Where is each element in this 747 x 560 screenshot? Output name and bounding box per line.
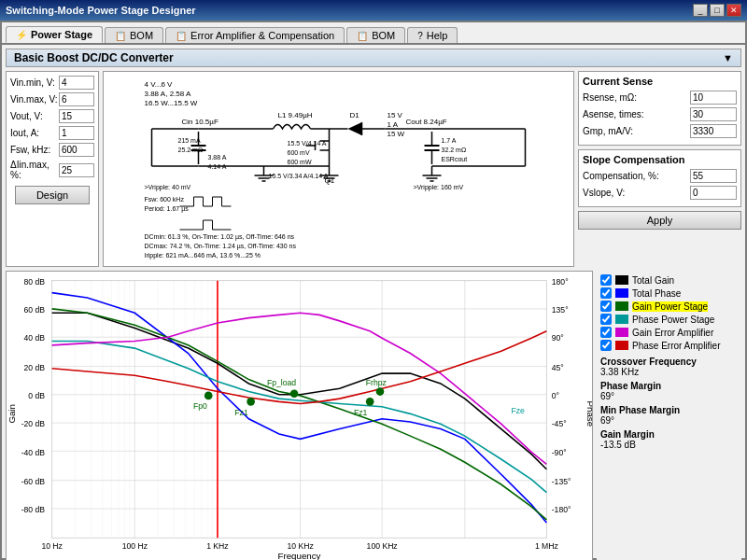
svg-text:Iripple: 621 mA...646 mA, 13.6: Iripple: 621 mA...646 mA, 13.6 %...25 % [145,252,261,259]
param-vin-max-input[interactable] [59,92,94,106]
svg-text:3.88 A, 2.58 A: 3.88 A, 2.58 A [145,90,191,98]
param-iout-input[interactable] [59,126,94,140]
tab-help[interactable]: ? Help [407,27,458,43]
svg-text:4 V...6 V: 4 V...6 V [145,80,174,89]
svg-text:215 mA: 215 mA [178,137,201,144]
svg-text:-20 dB: -20 dB [21,419,46,428]
legend-total-phase-checkbox[interactable] [600,287,612,299]
param-delta-iin-label: ΔIin.max, %: [10,160,59,180]
svg-text:-80 dB: -80 dB [21,505,46,514]
param-vout-label: Vout, V: [10,111,43,121]
svg-text:Phase: Phase [585,401,592,427]
svg-text:Fz1: Fz1 [354,409,368,418]
current-sense-group: Current Sense Rsense, mΩ: Asense, times:… [578,71,741,146]
legend-gain-error-amp-label: Gain Error Amplifier [632,328,713,338]
svg-text:45°: 45° [552,363,564,372]
svg-text:Cout  8.24µF: Cout 8.24µF [406,118,447,126]
asense-label: Asense, times: [583,109,644,119]
legend-phase-power-stage-label: Phase Power Stage [632,315,714,325]
crossover-freq-value: 3.38 KHz [600,367,738,377]
content-area: Basic Boost DC/DC Converter ▼ Vin.min, V… [2,45,745,536]
vslope-input[interactable] [690,186,737,200]
params-panel: Vin.min, V: Vin.max, V: Vout, V: Iout, A… [6,71,99,267]
svg-rect-68 [52,281,547,539]
legend-phase-error-amp: Phase Error Amplifier [600,340,738,351]
title-bar: Switching-Mode Power Stage Designer _ □ … [0,0,747,21]
svg-point-128 [204,392,213,400]
svg-text:DCmin: 61.3 %, On-Time: 1.02 µ: DCmin: 61.3 %, On-Time: 1.02 µs, Off-Tim… [145,233,295,241]
svg-text:135°: 135° [552,305,569,315]
legend-phase-error-amp-checkbox[interactable] [600,340,612,351]
circuit-diagram: 4 V...6 V 3.88 A, 2.58 A 16.5 W...15.5 W… [107,76,570,262]
rsense-input[interactable] [690,91,737,105]
svg-text:-45°: -45° [552,419,567,428]
svg-text:3.88 A: 3.88 A [208,154,227,161]
asense-input[interactable] [690,107,737,121]
minimize-button[interactable]: _ [693,4,708,17]
svg-marker-19 [348,122,362,135]
svg-text:Fsw: 600 kHz: Fsw: 600 kHz [145,196,185,203]
legend-total-phase-color [615,288,628,298]
svg-text:Frhpz: Frhpz [366,378,387,387]
param-vin-min-input[interactable] [59,76,94,90]
legend-gain-power-stage-checkbox[interactable] [600,301,612,312]
svg-text:DCmax: 74.2 %, On-Time: 1.24 µ: DCmax: 74.2 %, On-Time: 1.24 µs, Off-Tim… [145,243,297,250]
svg-text:16.5 W...15.5 W: 16.5 W...15.5 W [145,99,198,107]
legend-phase-error-amp-label: Phase Error Amplifier [632,341,720,351]
chart-area: 80 dB 60 dB 40 dB 20 dB 0 dB -20 dB -40 … [6,271,593,560]
tab-bom2[interactable]: 📋 BOM [346,27,405,43]
converter-title-bar: Basic Boost DC/DC Converter ▼ [6,49,741,67]
svg-text:15.5 V/3.34 A/4.14 A: 15.5 V/3.34 A/4.14 A [269,173,329,179]
svg-text:Cin  10.5µF: Cin 10.5µF [182,118,218,126]
svg-text:1 A: 1 A [388,120,399,129]
maximize-button[interactable]: □ [710,4,725,17]
svg-text:Fp_load: Fp_load [267,378,296,387]
svg-text:Gain: Gain [7,404,17,424]
slope-comp-title: Slope Compensation [583,154,737,165]
svg-text:600 mW: 600 mW [288,159,312,165]
legend-total-phase-label: Total Phase [632,288,681,299]
svg-text:100 KHz: 100 KHz [367,541,398,551]
legend-panel: Total Gain Total Phase Gain Power Stage … [597,271,741,560]
svg-text:15 V: 15 V [388,111,403,119]
tab-power-stage[interactable]: ⚡ Power Stage [6,26,103,43]
help-icon: ? [417,31,423,41]
param-fsw-input[interactable] [59,143,94,157]
svg-text:0 dB: 0 dB [28,391,45,400]
gmp-label: Gmp, mA/V: [583,126,633,136]
compensation-row: Compensation, %: [583,169,737,183]
svg-point-136 [366,398,374,406]
param-vout: Vout, V: [10,109,94,123]
svg-text:-135°: -135° [552,477,571,486]
vslope-label: Vslope, V: [583,188,625,198]
converter-title: Basic Boost DC/DC Converter [14,51,174,64]
param-vin-max-label: Vin.max, V: [10,94,58,105]
close-button[interactable]: ✕ [726,4,741,17]
design-button[interactable]: Design [15,186,90,204]
tab-error-amp[interactable]: 📋 Error Amplifier & Compensation [165,27,345,43]
svg-text:15 W: 15 W [388,130,405,138]
main-window: ⚡ Power Stage 📋 BOM 📋 Error Amplifier & … [0,21,747,560]
current-sense-title: Current Sense [583,76,737,87]
param-delta-iin-input[interactable] [59,163,94,177]
compensation-input[interactable] [690,169,737,183]
tab-bom1[interactable]: 📋 BOM [105,27,163,43]
legend-gain-error-amp-color [615,328,628,337]
asense-row: Asense, times: [583,107,737,121]
svg-text:-90°: -90° [552,448,567,457]
min-phase-margin-value: 69° [600,415,738,426]
legend-gain-power-stage: Gain Power Stage [600,301,738,312]
legend-total-gain-checkbox[interactable] [600,274,612,286]
gmp-input[interactable] [690,124,737,138]
power-stage-icon: ⚡ [16,30,27,40]
apply-button[interactable]: Apply [578,211,741,230]
param-vout-input[interactable] [59,109,94,123]
svg-text:1 MHz: 1 MHz [535,541,558,551]
svg-text:100 Hz: 100 Hz [122,541,148,551]
legend-gain-error-amp-checkbox[interactable] [600,327,612,338]
top-section: Vin.min, V: Vin.max, V: Vout, V: Iout, A… [6,71,741,267]
legend-phase-power-stage-checkbox[interactable] [600,314,612,325]
slope-comp-group: Slope Compensation Compensation, %: Vslo… [578,149,741,207]
converter-dropdown-arrow[interactable]: ▼ [723,52,733,63]
param-vin-min-label: Vin.min, V: [10,77,55,88]
